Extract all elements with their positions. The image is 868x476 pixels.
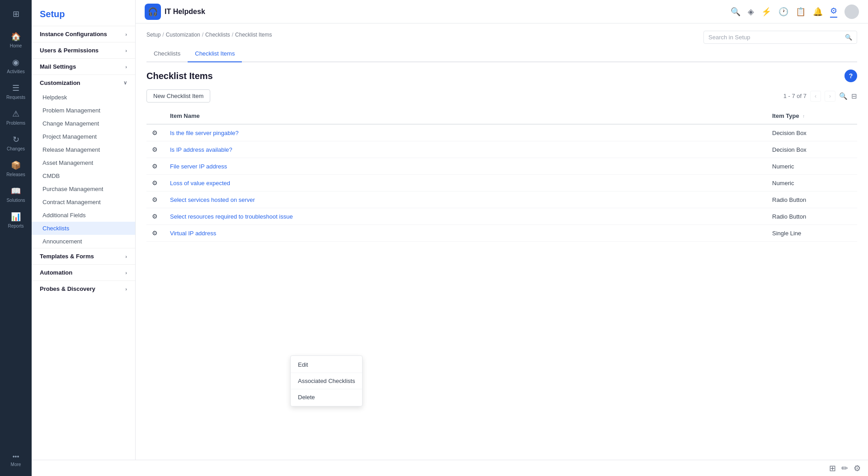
row-type-7: Single Line bbox=[767, 225, 857, 242]
lightning-icon[interactable]: ⚡ bbox=[761, 7, 771, 17]
new-checklist-item-button[interactable]: New Checklist Item bbox=[146, 89, 210, 103]
sidebar-item-additional-fields[interactable]: Additional Fields bbox=[32, 209, 135, 222]
sidebar-section-header-templates-forms[interactable]: Templates & Forms › bbox=[32, 248, 135, 264]
nav-item-problems[interactable]: ⚠ Problems bbox=[2, 105, 30, 129]
settings-icon[interactable]: ⚙ bbox=[854, 463, 861, 473]
row-name-7[interactable]: Virtual IP address bbox=[165, 225, 767, 242]
table-row: ⚙ Select resources required to troublesh… bbox=[146, 208, 857, 225]
col-gear bbox=[146, 108, 165, 124]
context-menu-associated-checklists[interactable]: Associated Checklists bbox=[291, 374, 362, 388]
help-button[interactable]: ? bbox=[844, 70, 857, 82]
context-menu-divider-2 bbox=[291, 389, 362, 389]
row-name-6[interactable]: Select resources required to troubleshoo… bbox=[165, 208, 767, 225]
app-grid-icon[interactable]: ⊞ bbox=[2, 5, 30, 23]
row-gear-5[interactable]: ⚙ bbox=[146, 191, 165, 208]
row-gear-3[interactable]: ⚙ bbox=[146, 158, 165, 175]
context-menu-edit[interactable]: Edit bbox=[291, 358, 362, 372]
row-name-1[interactable]: Is the file server pingable? bbox=[165, 124, 767, 141]
chevron-right-icon: › bbox=[125, 254, 127, 259]
avatar[interactable] bbox=[844, 5, 859, 19]
tab-checklists[interactable]: Checklists bbox=[146, 46, 188, 62]
col-item-name[interactable]: Item Name bbox=[165, 108, 767, 124]
breadcrumb: Setup / Customization / Checklists / Che… bbox=[146, 32, 272, 38]
sidebar-section-header-instance-configurations[interactable]: Instance Configurations › bbox=[32, 26, 135, 42]
breadcrumb-setup[interactable]: Setup bbox=[146, 32, 160, 38]
nav-item-home[interactable]: 🏠 Home bbox=[2, 28, 30, 52]
customization-sub-items: Helpdesk Problem Management Change Manag… bbox=[32, 91, 135, 248]
sidebar-section-header-customization[interactable]: Customization ∨ bbox=[32, 75, 135, 91]
table-row: ⚙ Loss of value expected Numeric bbox=[146, 175, 857, 191]
sidebar-item-asset-management[interactable]: Asset Management bbox=[32, 156, 135, 169]
sidebar-item-problem-management[interactable]: Problem Management bbox=[32, 104, 135, 117]
chevron-right-icon: › bbox=[125, 286, 127, 292]
search-in-setup[interactable]: Search in Setup 🔍 bbox=[703, 31, 857, 44]
nav-item-activities[interactable]: ◉ Activities bbox=[2, 54, 30, 78]
sidebar-item-cmdb[interactable]: CMDB bbox=[32, 169, 135, 182]
nav-item-solutions[interactable]: 📖 Solutions bbox=[2, 182, 30, 206]
breadcrumb-checklist-items: Checklist Items bbox=[235, 32, 272, 38]
icon-nav: ⊞ 🏠 Home ◉ Activities ☰ Requests ⚠ Probl… bbox=[0, 0, 32, 476]
search-table-icon[interactable]: 🔍 bbox=[839, 92, 848, 100]
tab-checklist-items[interactable]: Checklist Items bbox=[188, 46, 242, 62]
row-name-5[interactable]: Select services hosted on server bbox=[165, 191, 767, 208]
diamond-icon[interactable]: ◈ bbox=[748, 7, 754, 17]
row-type-1: Decision Box bbox=[767, 124, 857, 141]
content-area: Setup / Customization / Checklists / Che… bbox=[136, 23, 868, 476]
col-item-type[interactable]: Item Type ↑ bbox=[767, 108, 857, 124]
document-icon[interactable]: 📋 bbox=[796, 7, 806, 17]
breadcrumb-checklists[interactable]: Checklists bbox=[205, 32, 230, 38]
row-name-4[interactable]: Loss of value expected bbox=[165, 175, 767, 191]
row-name-2[interactable]: Is IP address available? bbox=[165, 141, 767, 158]
row-gear-6[interactable]: ⚙ bbox=[146, 208, 165, 225]
edit-icon[interactable]: ✏ bbox=[841, 463, 848, 473]
sidebar-item-helpdesk[interactable]: Helpdesk bbox=[32, 91, 135, 104]
row-name-3[interactable]: File server IP address bbox=[165, 158, 767, 175]
checklist-items-table: Item Name Item Type ↑ ⚙ Is the file serv… bbox=[146, 108, 857, 242]
sidebar-item-project-management[interactable]: Project Management bbox=[32, 130, 135, 143]
nav-item-more[interactable]: ••• More bbox=[2, 449, 30, 471]
row-gear-7[interactable]: ⚙ bbox=[146, 225, 165, 242]
sidebar-item-checklists[interactable]: Checklists bbox=[32, 222, 135, 235]
row-gear-4[interactable]: ⚙ bbox=[146, 175, 165, 191]
row-type-4: Numeric bbox=[767, 175, 857, 191]
table-container: Item Name Item Type ↑ ⚙ Is the file serv… bbox=[146, 108, 857, 242]
chevron-right-icon: › bbox=[125, 32, 127, 37]
sidebar-item-announcement[interactable]: Announcement bbox=[32, 235, 135, 248]
topbar-right: 🔍 ◈ ⚡ 🕐 📋 🔔 ⚙ bbox=[731, 5, 859, 19]
sidebar-section-header-automation[interactable]: Automation › bbox=[32, 265, 135, 280]
columns-icon[interactable]: ⊟ bbox=[851, 92, 857, 100]
sidebar-section-header-probes-discovery[interactable]: Probes & Discovery › bbox=[32, 281, 135, 297]
sidebar-section-probes-discovery: Probes & Discovery › bbox=[32, 280, 135, 297]
sidebar-item-change-management[interactable]: Change Management bbox=[32, 117, 135, 130]
main-area: 🎧 IT Helpdesk 🔍 ◈ ⚡ 🕐 📋 🔔 ⚙ Setup / Cust… bbox=[136, 0, 868, 476]
table-row: ⚙ Is the file server pingable? Decision … bbox=[146, 124, 857, 141]
sidebar-item-contract-management[interactable]: Contract Management bbox=[32, 196, 135, 209]
pagination-next-button[interactable]: › bbox=[825, 91, 835, 102]
search-placeholder-text: Search in Setup bbox=[708, 34, 750, 41]
sidebar-item-purchase-management[interactable]: Purchase Management bbox=[32, 182, 135, 196]
table-header: Item Name Item Type ↑ bbox=[146, 108, 857, 124]
sidebar-section-header-users-permissions[interactable]: Users & Permissions › bbox=[32, 42, 135, 58]
bell-icon[interactable]: 🔔 bbox=[813, 7, 823, 17]
breadcrumb-customization[interactable]: Customization bbox=[166, 32, 200, 38]
zoom-icon[interactable]: ⊞ bbox=[829, 463, 836, 473]
search-icon[interactable]: 🔍 bbox=[731, 7, 741, 17]
toolbar-row: New Checklist Item 1 - 7 of 7 ‹ › 🔍 ⊟ bbox=[146, 89, 857, 103]
nav-item-reports[interactable]: 📊 Reports bbox=[2, 208, 30, 232]
nav-item-releases[interactable]: 📦 Releases bbox=[2, 157, 30, 181]
context-menu-delete[interactable]: Delete bbox=[291, 390, 362, 404]
row-gear-1[interactable]: ⚙ bbox=[146, 124, 165, 141]
sort-asc-icon: ↑ bbox=[802, 114, 805, 119]
tabs: Checklists Checklist Items bbox=[146, 46, 857, 62]
pagination-prev-button[interactable]: ‹ bbox=[810, 91, 821, 102]
sidebar-item-release-management[interactable]: Release Management bbox=[32, 143, 135, 156]
nav-item-requests[interactable]: ☰ Requests bbox=[2, 79, 30, 103]
chevron-right-icon: › bbox=[125, 48, 127, 53]
sidebar-section-customization: Customization ∨ Helpdesk Problem Managem… bbox=[32, 75, 135, 248]
sidebar-section-header-mail-settings[interactable]: Mail Settings › bbox=[32, 59, 135, 75]
nav-item-changes[interactable]: ↻ Changes bbox=[2, 131, 30, 155]
history-icon[interactable]: 🕐 bbox=[778, 7, 788, 17]
row-type-2: Decision Box bbox=[767, 141, 857, 158]
row-gear-2[interactable]: ⚙ bbox=[146, 141, 165, 158]
settings-icon[interactable]: ⚙ bbox=[830, 6, 837, 18]
